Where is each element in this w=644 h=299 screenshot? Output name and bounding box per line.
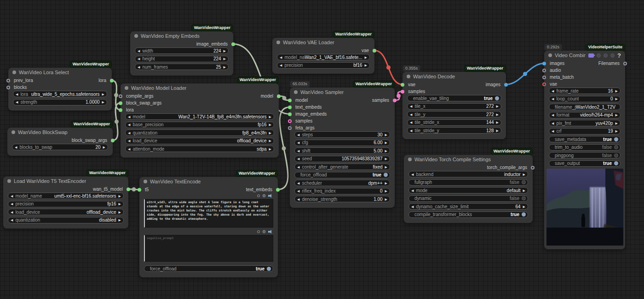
widget-dynamo_cache_size_limit[interactable]: ◀dynamo_cache_size_limit64▶ [408,203,528,210]
collapse-dot-icon[interactable] [144,180,147,183]
increment-arrow-icon[interactable]: ▶ [269,147,271,151]
toggle-knob[interactable] [614,145,618,149]
increment-arrow-icon[interactable]: ▶ [385,165,387,169]
widget-format[interactable]: ◀formatvideo/h264-mp4▶ [549,112,621,118]
help-icon[interactable]: ? [617,52,621,59]
widget-base_precision[interactable]: ◀base_precisionfp16▶ [125,122,274,128]
increment-arrow-icon[interactable]: ▶ [496,105,499,108]
increment-arrow-icon[interactable]: ▶ [224,49,226,53]
t5-input-port[interactable] [138,188,141,192]
decrement-arrow-icon[interactable]: ◀ [411,189,414,192]
model-output-port[interactable] [277,94,281,98]
widget-pix_fmt[interactable]: ◀pix_fmtyuv420p▶ [549,120,621,126]
node-blockswap[interactable]: WanVideoWrapperWanVideo BlockSwapblock_s… [7,128,113,156]
gear-icon[interactable]: ⚙ [262,230,266,234]
collapse-dot-icon[interactable] [276,41,280,44]
decrement-arrow-icon[interactable]: ◀ [280,56,282,59]
speaker-icon[interactable] [268,230,272,234]
decrement-arrow-icon[interactable]: ◀ [297,149,299,152]
toggle-knob[interactable] [522,180,526,184]
widget-fullgraph[interactable]: fullgraphfalse [408,179,528,186]
widget-filename_prefix[interactable]: filename_prefixWanVideo2_1_T2V [549,104,621,110]
samples-input-port[interactable] [288,119,292,123]
images-output-port[interactable] [504,83,508,87]
lora-output-port[interactable] [110,79,114,82]
increment-arrow-icon[interactable]: ▶ [269,139,271,142]
widget-scheduler[interactable]: ◀schedulerdpm++▶ [294,180,390,186]
circle-icon[interactable] [257,230,260,233]
gear-icon[interactable]: ⚙ [262,194,266,198]
widget-shift[interactable]: ◀shift5.00▶ [294,147,390,154]
video-preview[interactable] [546,169,623,246]
preview-option-icon[interactable] [610,53,615,58]
increment-arrow-icon[interactable]: ▶ [385,133,387,136]
decrement-arrow-icon[interactable]: ◀ [410,121,412,124]
feta_args-input-port[interactable] [288,126,292,130]
node-torch_compile[interactable]: WanVideoWrapperWanVideo Torch Compile Se… [404,155,533,223]
decrement-arrow-icon[interactable]: ◀ [11,211,13,214]
widget-denoise_strength[interactable]: ◀denoise_strength1.00▶ [294,196,390,202]
node-empty_embeds[interactable]: WanVideoWrapperWanVideo Empty Embedsimag… [130,31,233,76]
widget-crf[interactable]: ◀crf19▶ [549,128,621,135]
widget-tile_stride_x[interactable]: ◀tile_stride_x144▶ [407,119,501,126]
increment-arrow-icon[interactable]: ▶ [269,131,271,135]
increment-arrow-icon[interactable]: ▶ [496,113,499,116]
widget-load_device[interactable]: ◀load_deviceoffload_device▶ [8,209,124,215]
samples-input-port[interactable] [401,90,404,94]
toggle-knob[interactable] [614,137,618,141]
decrement-arrow-icon[interactable]: ◀ [128,131,130,135]
increment-arrow-icon[interactable]: ▶ [269,115,271,118]
decrement-arrow-icon[interactable]: ◀ [128,115,130,118]
collapse-dot-icon[interactable] [407,75,410,78]
decrement-arrow-icon[interactable]: ◀ [138,65,140,69]
decrement-arrow-icon[interactable]: ◀ [410,113,412,116]
widget-quantization[interactable]: ◀quantizationdisabled▶ [8,217,124,223]
increment-arrow-icon[interactable]: ▶ [615,97,618,100]
widget-blocks_to_swap[interactable]: ◀blocks_to_swap20▶ [12,144,108,150]
decrement-arrow-icon[interactable]: ◀ [297,165,299,169]
blocks-input-port[interactable] [6,86,10,89]
increment-arrow-icon[interactable]: ▶ [102,93,104,96]
increment-arrow-icon[interactable]: ▶ [615,122,618,125]
increment-arrow-icon[interactable]: ▶ [496,129,499,132]
increment-arrow-icon[interactable]: ▶ [119,218,121,222]
decrement-arrow-icon[interactable]: ◀ [410,105,412,108]
widget-precision[interactable]: ◀precisionbf16▶ [277,62,370,69]
meta_batch-input-port[interactable] [542,76,546,79]
widget-width[interactable]: ◀width224▶ [135,47,229,54]
decrement-arrow-icon[interactable]: ◀ [410,129,412,132]
graph-canvas[interactable]: WanVideoWrapperWanVideo Lora Selectprev_… [0,0,644,299]
increment-arrow-icon[interactable]: ▶ [615,89,618,93]
widget-cfg[interactable]: ◀cfg6.00▶ [294,140,390,146]
decrement-arrow-icon[interactable]: ◀ [552,89,554,93]
widget-attention_mode[interactable]: ◀attention_modesdpa▶ [125,146,274,152]
node-lora_select[interactable]: WanVideoWrapperWanVideo Lora Selectprev_… [8,68,112,111]
decrement-arrow-icon[interactable]: ◀ [297,157,299,160]
increment-arrow-icon[interactable]: ▶ [385,198,387,201]
widget-save_metadata[interactable]: save_metadatatrue [549,136,621,142]
decrement-arrow-icon[interactable]: ◀ [297,189,299,193]
widget-pingpong[interactable]: pingpongfalse [549,152,621,158]
preview-option-icon[interactable] [604,53,608,58]
collapse-dot-icon[interactable] [12,130,15,134]
vae-output-port[interactable] [373,49,376,53]
audio-input-port[interactable] [542,69,546,72]
increment-arrow-icon[interactable]: ▶ [224,57,226,60]
node-model_loader[interactable]: WanVideoWrapperWanVideo Model Loadercomp… [121,83,279,158]
increment-arrow-icon[interactable]: ▶ [385,141,387,144]
decrement-arrow-icon[interactable]: ◀ [11,202,13,205]
widget-num_frames[interactable]: ◀num_frames25▶ [135,64,229,70]
preview-option-icon[interactable] [597,53,601,58]
increment-arrow-icon[interactable]: ▶ [102,100,104,104]
vae-input-port[interactable] [542,82,546,86]
vae-input-port[interactable] [401,83,404,87]
image_embeds-output-port[interactable] [231,42,235,46]
torch_compile_args-output-port[interactable] [531,166,535,170]
widget-strength[interactable]: ◀strength1.0000▶ [13,99,107,106]
widget-steps[interactable]: ◀steps30▶ [294,131,390,138]
widget-quantization[interactable]: ◀quantizationfp8_e4m3fn▶ [125,129,274,136]
widget-precision[interactable]: ◀precisionfp16▶ [8,201,124,207]
increment-arrow-icon[interactable]: ▶ [615,129,618,133]
widget-seed[interactable]: ◀seed1057359483839287▶ [294,156,390,162]
speaker-icon[interactable] [268,194,272,198]
